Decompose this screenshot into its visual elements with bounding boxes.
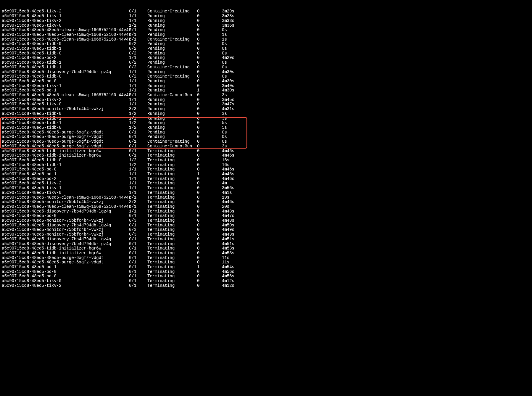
pod-status: Terminating [147,195,197,200]
pod-age: 4m47s [222,214,252,218]
pod-ready: 0/1 [129,28,147,33]
pod-restarts: 0 [197,214,222,218]
pod-name: a5c90715cd8-48ed5-discovery-7bb4d794db-l… [2,70,129,75]
pod-row: a5c90715cd8-48ed5-tidb-01/2Terminating01… [2,158,530,163]
pod-ready: 1/2 [129,163,147,168]
pod-age: 4m12s [222,284,252,288]
pod-name: a5c90715cd8-48ed5-tidb-0 [2,51,129,56]
pod-status: ContainerCreating [147,65,197,70]
pod-ready: 0/3 [129,232,147,237]
terminal-output[interactable]: a5c90715cd8-48ed5-tikv-20/1ContainerCrea… [0,0,532,297]
pod-row: a5c90715cd8-48ed5-48ed5-purge-6xgfz-vdgd… [2,260,530,265]
pod-name: a5c90715cd8-48ed5-48ed5-clean-s5mwq-1668… [2,195,129,200]
pod-status: Running [147,112,197,116]
pod-status: ContainerCreating [147,139,197,144]
pod-name: a5c90715cd8-48ed5-tidb-1 [2,163,129,168]
pod-age: 0s [222,42,252,46]
pod-name: a5c90715cd8-48ed5-tikv-0 [2,191,129,195]
pod-status: Running [147,116,197,121]
pod-age: 0s [222,139,252,144]
pod-restarts: 1 [197,265,222,270]
pod-row: a5c90715cd8-48ed5-discovery-7bb4d794db-l… [2,242,530,247]
pod-age: 0s [222,74,252,79]
pod-status: Terminating [147,223,197,228]
pod-name: a5c90715cd8-48ed5-48ed5-clean-s5mwq-1668… [2,33,129,37]
pod-ready: 0/1 [129,205,147,209]
pod-age: 0s [222,65,252,70]
pod-age: 4m53s [222,246,252,251]
pod-restarts: 0 [197,242,222,247]
pod-restarts: 0 [197,149,222,154]
pod-row: a5c90715cd8-48ed5-tidb-10/2Pending00s [2,60,530,65]
pod-status: Terminating [147,158,197,163]
pod-ready: 0/1 [129,265,147,270]
pod-age: 4m46s [222,167,252,172]
pod-row: a5c90715cd8-48ed5-48ed5-clean-s5mwq-1668… [2,195,530,200]
pod-row: a5c90715cd8-48ed5-monitor-75bbfc4b4-vwkz… [2,232,530,237]
pod-age: 3s [222,144,252,149]
pod-row: a5c90715cd8-48ed5-monitor-75bbfc4b4-vwkz… [2,200,530,205]
pod-ready: 0/2 [129,74,147,79]
pod-restarts: 0 [197,279,222,284]
pod-ready: 1/1 [129,98,147,102]
pod-row: a5c90715cd8-48ed5-tikv-11/1Terminating03… [2,186,530,191]
pod-name: a5c90715cd8-48ed5-discovery-7bb4d794db-l… [2,223,129,228]
pod-status: Running [147,56,197,60]
pod-name: a5c90715cd8-48ed5-tidb-initializer-bgr6w [2,149,129,154]
pod-name: a5c90715cd8-48ed5-tidb-0 [2,112,129,116]
pod-name: a5c90715cd8-48ed5-tikv-2 [2,181,129,186]
pod-restarts: 0 [197,107,222,112]
pod-status: Terminating [147,191,197,195]
pod-age: 11s [222,260,252,265]
pod-row: a5c90715cd8-48ed5-pd-00/1Terminating04m5… [2,274,530,279]
pod-row: a5c90715cd8-48ed5-pd-11/1Terminating14m4… [2,172,530,177]
pod-status: Running [147,23,197,28]
pod-restarts: 0 [197,51,222,56]
pod-ready: 0/2 [129,46,147,51]
pod-status: Terminating [147,242,197,247]
pod-ready: 1/1 [129,56,147,60]
pod-name: a5c90715cd8-48ed5-48ed5-purge-6xgfz-vdgd… [2,130,129,135]
pod-age: 3m45s [222,98,252,102]
pod-restarts: 0 [197,33,222,37]
pod-restarts: 0 [197,19,222,23]
pod-status: Pending [147,46,197,51]
pod-name: a5c90715cd8-48ed5-tikv-0 [2,102,129,107]
pod-ready: 0/1 [129,260,147,265]
pod-restarts: 0 [197,46,222,51]
pod-restarts: 0 [197,237,222,242]
pod-restarts: 0 [197,256,222,260]
pod-ready: 0/1 [129,223,147,228]
pod-restarts: 0 [197,28,222,33]
pod-name: a5c90715cd8-48ed5-pd-0 [2,79,129,84]
pod-restarts: 0 [197,121,222,125]
pod-row: a5c90715cd8-48ed5-tidb-01/2Running05s [2,125,530,130]
pod-age: 4m29s [222,56,252,60]
pod-status: Pending [147,28,197,33]
pod-name: a5c90715cd8-48ed5-tikv-2 [2,98,129,102]
pod-ready: 0/1 [129,274,147,279]
pod-restarts: 1 [197,88,222,93]
pod-ready: 0/1 [129,246,147,251]
pod-ready: 0/3 [129,218,147,223]
pod-ready: 0/1 [129,270,147,274]
pod-restarts: 0 [197,223,222,228]
pod-row: a5c90715cd8-48ed5-tidb-11/2Terminating01… [2,163,530,168]
pod-restarts: 0 [197,181,222,186]
pod-ready: 0/1 [129,37,147,42]
pod-age: 3s [222,116,252,121]
pod-status: ContainerCannotRun [147,93,197,98]
pod-name: a5c90715cd8-48ed5-pd-1 [2,172,129,177]
pod-restarts: 0 [197,191,222,195]
pod-row: a5c90715cd8-48ed5-pd-01/1Running04m30s [2,79,530,84]
pod-restarts: 0 [197,130,222,135]
pod-name: a5c90715cd8-48ed5-tidb-initializer-bgr6w [2,251,129,256]
pod-ready: 0/2 [129,65,147,70]
pod-name: a5c90715cd8-48ed5-48ed5-clean-s5mwq-1668… [2,37,129,42]
pod-status: Terminating [147,228,197,232]
pod-name: a5c90715cd8-48ed5-discovery-7bb4d794db-l… [2,237,129,242]
pod-age: 3m28s [222,14,252,19]
pod-ready: 0/2 [129,42,147,46]
pod-ready: 1/1 [129,177,147,181]
pod-name: a5c90715cd8-48ed5-tikv-0 [2,279,129,284]
